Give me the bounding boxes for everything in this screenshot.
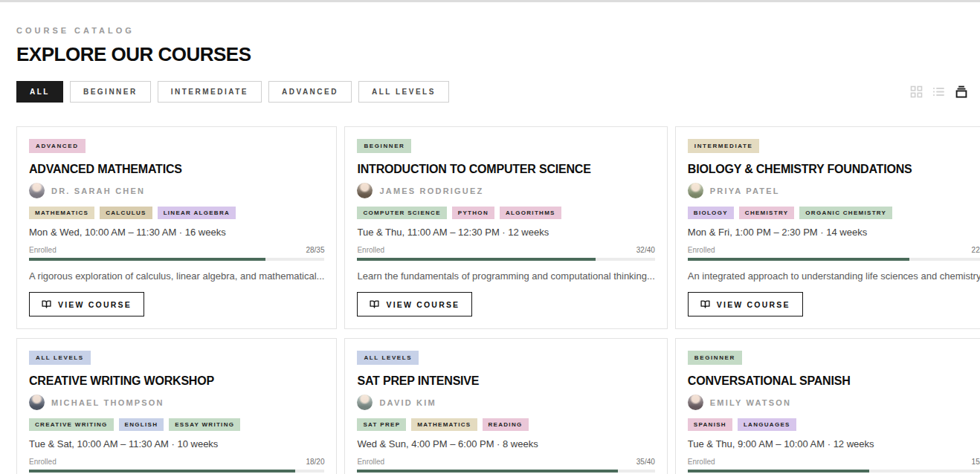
enrollment-progress-fill: [29, 470, 295, 473]
course-tag: ALGORITHMS: [500, 207, 561, 219]
enrolled-count: 32/40: [636, 246, 655, 254]
level-badge: BEGINNER: [688, 351, 742, 365]
book-open-icon: [370, 299, 379, 309]
course-title: INTRODUCTION TO COMPUTER SCIENCE: [357, 163, 654, 176]
course-card: ALL LEVELS CREATIVE WRITING WORKSHOP MIC…: [16, 338, 337, 474]
level-badge: ADVANCED: [29, 139, 86, 153]
level-badge: BEGINNER: [357, 139, 411, 153]
card-view-icon[interactable]: [955, 85, 968, 98]
course-tag: MATHEMATICS: [29, 207, 94, 219]
enrollment-row: Enrolled 32/40: [357, 246, 654, 254]
schedule-text: Wed & Sun, 4:00 PM – 6:00 PM · 8 weeks: [357, 438, 654, 449]
enrolled-count: 35/40: [636, 458, 655, 466]
course-tag: BIOLOGY: [688, 207, 734, 219]
enrollment-progress-fill: [357, 470, 617, 473]
view-course-label: VIEW COURSE: [58, 300, 132, 309]
instructor-row: JAMES RODRIGUEZ: [357, 183, 654, 198]
book-open-icon: [42, 299, 51, 309]
instructor-row: DAVID KIM: [357, 395, 654, 410]
tag-list: SPANISH LANGUAGES: [688, 418, 980, 431]
enrolled-count: 18/20: [306, 458, 324, 466]
enrolled-label: Enrolled: [29, 458, 57, 466]
course-card: INTERMEDIATE BIOLOGY & CHEMISTRY FOUNDAT…: [675, 126, 980, 329]
catalog-eyebrow: COURSE CATALOG: [16, 26, 968, 35]
instructor-row: MICHAEL THOMPSON: [29, 395, 324, 410]
enrollment-row: Enrolled 35/40: [357, 458, 654, 466]
enrollment-progress-fill: [688, 258, 909, 261]
level-badge: INTERMEDIATE: [688, 139, 760, 153]
instructor-name: DR. SARAH CHEN: [51, 186, 145, 195]
schedule-text: Tue & Thu, 11:00 AM – 12:30 PM · 12 week…: [357, 227, 654, 238]
filter-beginner[interactable]: BEGINNER: [70, 81, 151, 103]
level-filters: ALL BEGINNER INTERMEDIATE ADVANCED ALL L…: [16, 81, 449, 103]
tag-list: COMPUTER SCIENCE PYTHON ALGORITHMS: [357, 207, 654, 219]
level-badge: ALL LEVELS: [357, 351, 419, 365]
course-tag: ENGLISH: [119, 418, 164, 431]
view-course-label: VIEW COURSE: [386, 300, 460, 309]
course-tag: PYTHON: [452, 207, 494, 219]
schedule-text: Tue & Thu, 9:00 AM – 10:00 AM · 12 weeks: [688, 438, 980, 449]
course-description: An integrated approach to understanding …: [688, 270, 980, 282]
schedule-text: Mon & Wed, 10:00 AM – 11:30 AM · 16 week…: [29, 227, 324, 238]
instructor-name: EMILY WATSON: [710, 398, 791, 407]
enrolled-label: Enrolled: [688, 246, 715, 254]
tag-list: BIOLOGY CHEMISTRY ORGANIC CHEMISTRY: [688, 207, 980, 219]
filter-advanced[interactable]: ADVANCED: [268, 81, 352, 103]
view-course-button[interactable]: VIEW COURSE: [357, 292, 472, 316]
view-course-button[interactable]: VIEW COURSE: [688, 292, 803, 316]
enrolled-count: 22/30: [972, 246, 980, 254]
page-title: EXPLORE OUR COURSES: [16, 43, 968, 66]
view-course-button[interactable]: VIEW COURSE: [29, 292, 144, 316]
enrollment-row: Enrolled 28/35: [29, 246, 324, 254]
course-title: CREATIVE WRITING WORKSHOP: [29, 374, 324, 388]
course-card: BEGINNER CONVERSATIONAL SPANISH EMILY WA…: [675, 338, 980, 474]
course-tag: LINEAR ALGEBRA: [158, 207, 236, 219]
course-card: ALL LEVELS SAT PREP INTENSIVE DAVID KIM …: [344, 338, 667, 474]
filter-all[interactable]: ALL: [16, 81, 63, 103]
enrollment-progress-track: [29, 470, 324, 473]
course-tag: CREATIVE WRITING: [29, 418, 114, 431]
course-title: BIOLOGY & CHEMISTRY FOUNDATIONS: [688, 163, 980, 176]
course-tag: SAT PREP: [357, 418, 406, 431]
instructor-row: EMILY WATSON: [688, 395, 980, 410]
enrolled-label: Enrolled: [29, 246, 57, 254]
course-tag: SPANISH: [688, 418, 732, 431]
instructor-name: DAVID KIM: [379, 398, 436, 407]
enrolled-count: 15/25: [972, 458, 980, 466]
course-tag: ESSAY WRITING: [169, 418, 240, 431]
enrolled-label: Enrolled: [357, 246, 384, 254]
tag-list: CREATIVE WRITING ENGLISH ESSAY WRITING: [29, 418, 324, 431]
instructor-row: PRIYA PATEL: [688, 183, 980, 198]
list-view-icon[interactable]: [932, 85, 945, 98]
grid-view-icon[interactable]: [910, 85, 923, 98]
enrollment-row: Enrolled 22/30: [688, 246, 980, 254]
enrollment-row: Enrolled 18/20: [29, 458, 324, 466]
avatar: [29, 183, 45, 198]
avatar: [688, 395, 703, 410]
filter-intermediate[interactable]: INTERMEDIATE: [158, 81, 262, 103]
avatar: [688, 183, 703, 198]
enrollment-progress-track: [357, 258, 654, 261]
schedule-text: Tue & Sat, 10:00 AM – 11:30 AM · 10 week…: [29, 438, 324, 449]
course-card: BEGINNER INTRODUCTION TO COMPUTER SCIENC…: [344, 126, 667, 329]
filter-all-levels[interactable]: ALL LEVELS: [358, 81, 449, 103]
enrollment-progress-fill: [357, 258, 595, 261]
course-title: CONVERSATIONAL SPANISH: [688, 374, 980, 388]
enrollment-progress-track: [357, 470, 654, 473]
course-tag: READING: [483, 418, 529, 431]
enrollment-progress-track: [29, 258, 324, 261]
enrollment-row: Enrolled 15/25: [688, 458, 980, 466]
course-tag: MATHEMATICS: [411, 418, 477, 431]
level-badge: ALL LEVELS: [29, 351, 91, 365]
view-course-label: VIEW COURSE: [717, 300, 790, 309]
course-tag: ORGANIC CHEMISTRY: [799, 207, 892, 219]
tag-list: MATHEMATICS CALCULUS LINEAR ALGEBRA: [29, 207, 324, 219]
schedule-text: Mon & Fri, 1:00 PM – 2:30 PM · 14 weeks: [688, 227, 980, 238]
course-tag: COMPUTER SCIENCE: [357, 207, 446, 219]
enrolled-label: Enrolled: [357, 458, 384, 466]
course-description: A rigorous exploration of calculus, line…: [29, 270, 324, 282]
view-toggle-group: [910, 85, 968, 98]
course-title: SAT PREP INTENSIVE: [357, 374, 654, 388]
instructor-name: JAMES RODRIGUEZ: [379, 186, 483, 195]
instructor-name: PRIYA PATEL: [710, 186, 780, 195]
